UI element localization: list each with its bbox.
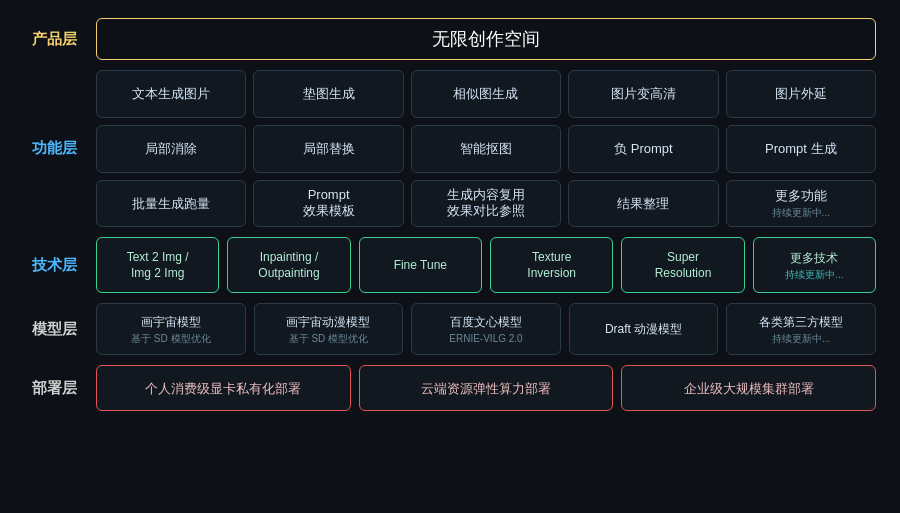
- card-more-tech: 更多技术持续更新中...: [753, 237, 876, 293]
- tech-row: 技术层 Text 2 Img /Img 2 Img Inpainting /Ou…: [24, 237, 876, 293]
- card-finetune: Fine Tune: [359, 237, 482, 293]
- model-row: 模型层 画宇宙模型基于 SD 模型优化 画宇宙动漫模型基于 SD 模型优化 百度…: [24, 303, 876, 355]
- feature-cards: 文本生成图片 垫图生成 相似图生成 图片变高清 图片外延 局部消除 局部替换 智…: [96, 70, 876, 227]
- card-reuse: 生成内容复用效果对比参照: [411, 180, 561, 228]
- card-prompt-gen: Prompt 生成: [726, 125, 876, 173]
- card-prompt-template: Prompt效果模板: [253, 180, 403, 228]
- card-pad-gen: 垫图生成: [253, 70, 403, 118]
- card-ernie: 百度文心模型ERNIE-VILG 2.0: [411, 303, 561, 355]
- deploy-cards: 个人消费级显卡私有化部署 云端资源弹性算力部署 企业级大规模集群部署: [96, 365, 876, 411]
- feature-label: 功能层: [24, 139, 84, 158]
- card-inpaint: Inpainting /Outpainting: [227, 237, 350, 293]
- product-card: 无限创作空间: [96, 18, 876, 60]
- card-extend: 图片外延: [726, 70, 876, 118]
- main-container: 产品层 无限创作空间 功能层 文本生成图片 垫图生成 相似图生成 图片变高清 图…: [0, 0, 900, 513]
- card-text2img: 文本生成图片: [96, 70, 246, 118]
- card-universe-model: 画宇宙模型基于 SD 模型优化: [96, 303, 246, 355]
- card-draft: Draft 动漫模型: [569, 303, 719, 355]
- card-t2i: Text 2 Img /Img 2 Img: [96, 237, 219, 293]
- card-third-party: 各类第三方模型持续更新中...: [726, 303, 876, 355]
- card-more-feature: 更多功能持续更新中...: [726, 180, 876, 228]
- feature-grid: 文本生成图片 垫图生成 相似图生成 图片变高清 图片外延 局部消除 局部替换 智…: [96, 70, 876, 227]
- card-similar-gen: 相似图生成: [411, 70, 561, 118]
- card-replace: 局部替换: [253, 125, 403, 173]
- card-cloud-deploy: 云端资源弹性算力部署: [359, 365, 614, 411]
- feature-row: 功能层 文本生成图片 垫图生成 相似图生成 图片变高清 图片外延 局部消除 局部…: [24, 70, 876, 227]
- model-cards: 画宇宙模型基于 SD 模型优化 画宇宙动漫模型基于 SD 模型优化 百度文心模型…: [96, 303, 876, 355]
- product-row: 产品层 无限创作空间: [24, 18, 876, 60]
- card-super-res: SuperResolution: [621, 237, 744, 293]
- model-label: 模型层: [24, 320, 84, 339]
- card-universe-anime: 画宇宙动漫模型基于 SD 模型优化: [254, 303, 404, 355]
- card-batch: 批量生成跑量: [96, 180, 246, 228]
- card-personal-deploy: 个人消费级显卡私有化部署: [96, 365, 351, 411]
- deploy-row: 部署层 个人消费级显卡私有化部署 云端资源弹性算力部署 企业级大规模集群部署: [24, 365, 876, 411]
- card-enterprise-deploy: 企业级大规模集群部署: [621, 365, 876, 411]
- product-cards: 无限创作空间: [96, 18, 876, 60]
- card-cutout: 智能抠图: [411, 125, 561, 173]
- tech-cards: Text 2 Img /Img 2 Img Inpainting /Outpai…: [96, 237, 876, 293]
- card-texture-inv: TextureInversion: [490, 237, 613, 293]
- card-hd: 图片变高清: [568, 70, 718, 118]
- deploy-label: 部署层: [24, 379, 84, 398]
- card-result-manage: 结果整理: [568, 180, 718, 228]
- card-neg-prompt: 负 Prompt: [568, 125, 718, 173]
- tech-label: 技术层: [24, 256, 84, 275]
- card-remove: 局部消除: [96, 125, 246, 173]
- product-label: 产品层: [24, 30, 84, 49]
